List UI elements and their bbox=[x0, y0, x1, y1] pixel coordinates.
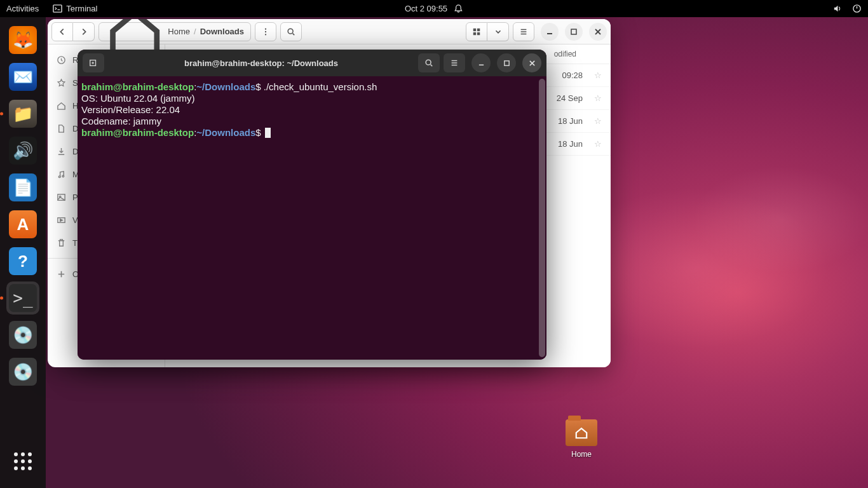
svg-rect-0 bbox=[53, 5, 62, 12]
star-icon[interactable]: ☆ bbox=[594, 71, 602, 80]
new-tab-button[interactable] bbox=[83, 53, 104, 72]
current-app-label: Terminal bbox=[66, 4, 97, 13]
dock-rhythmbox[interactable]: 🔊 bbox=[6, 134, 39, 167]
nav-forward-button[interactable] bbox=[73, 22, 95, 41]
notification-icon[interactable] bbox=[454, 4, 463, 13]
clock[interactable]: Oct 2 09:55 bbox=[405, 4, 447, 13]
terminal-line: Codename: jammy bbox=[81, 116, 543, 127]
search-icon bbox=[287, 27, 295, 36]
chevron-down-icon bbox=[494, 27, 503, 36]
files-minimize-button[interactable] bbox=[541, 23, 559, 41]
dock-disk-2[interactable]: 💿 bbox=[6, 355, 39, 388]
svg-rect-19 bbox=[504, 60, 508, 65]
breadcrumb[interactable]: Home / Downloads bbox=[98, 22, 251, 41]
svg-rect-8 bbox=[473, 32, 476, 34]
desktop-home-label: Home bbox=[571, 450, 592, 459]
svg-point-18 bbox=[426, 60, 431, 65]
apps-grid-icon bbox=[14, 452, 32, 470]
svg-point-3 bbox=[265, 30, 266, 32]
star-icon[interactable]: ☆ bbox=[594, 139, 602, 149]
power-icon[interactable] bbox=[852, 4, 862, 13]
terminal-title: brahim@brahim-desktop: ~/Downloads bbox=[108, 58, 414, 68]
column-modified[interactable]: odified bbox=[554, 50, 602, 58]
grid-icon bbox=[472, 27, 481, 36]
current-app-indicator[interactable]: Terminal bbox=[53, 4, 97, 13]
terminal-maximize-button[interactable] bbox=[497, 53, 516, 72]
files-headerbar: Home / Downloads bbox=[48, 19, 611, 44]
svg-point-12 bbox=[58, 175, 60, 177]
star-icon[interactable]: ☆ bbox=[594, 93, 602, 103]
view-dropdown-button[interactable] bbox=[487, 22, 509, 41]
dock-files[interactable]: 📁 bbox=[6, 97, 39, 130]
volume-icon[interactable] bbox=[832, 4, 842, 13]
dock-writer[interactable]: 📄 bbox=[6, 171, 39, 204]
dock-thunderbird[interactable]: ✉️ bbox=[6, 60, 39, 93]
view-grid-button[interactable] bbox=[466, 22, 487, 41]
files-close-button[interactable] bbox=[589, 23, 607, 41]
folder-icon bbox=[566, 419, 597, 446]
terminal-close-button[interactable] bbox=[522, 53, 541, 72]
dock-terminal[interactable]: >_ bbox=[6, 281, 39, 315]
path-menu-button[interactable] bbox=[255, 22, 276, 41]
hamburger-button[interactable] bbox=[513, 22, 534, 41]
terminal-body[interactable]: brahim@brahim-desktop:~/Downloads$ ./che… bbox=[78, 76, 546, 360]
svg-point-13 bbox=[62, 175, 64, 177]
search-button[interactable] bbox=[280, 22, 302, 41]
dock-help[interactable]: ? bbox=[6, 245, 39, 278]
breadcrumb-current[interactable]: Downloads bbox=[200, 27, 244, 36]
activities-button[interactable]: Activities bbox=[6, 4, 39, 13]
breadcrumb-home[interactable]: Home bbox=[168, 27, 190, 36]
terminal-window: brahim@brahim-desktop: ~/Downloads brahi… bbox=[78, 50, 546, 360]
terminal-icon bbox=[53, 4, 62, 13]
terminal-menu-button[interactable] bbox=[444, 53, 465, 72]
search-icon bbox=[424, 58, 433, 67]
svg-rect-10 bbox=[571, 29, 576, 34]
terminal-scrollbar[interactable] bbox=[539, 79, 545, 357]
terminal-line: brahim@brahim-desktop:~/Downloads$ ./che… bbox=[81, 81, 543, 93]
dock: 🦊 ✉️ 📁 🔊 📄 A ? >_ 💿 💿 bbox=[0, 17, 46, 488]
svg-point-4 bbox=[265, 34, 266, 35]
terminal-line: OS: Ubuntu 22.04 (jammy) bbox=[81, 93, 543, 104]
terminal-cursor bbox=[265, 128, 271, 138]
svg-point-2 bbox=[265, 28, 266, 29]
dock-firefox[interactable]: 🦊 bbox=[6, 24, 39, 57]
desktop-home-folder[interactable]: Home bbox=[559, 419, 604, 459]
terminal-line: brahim@brahim-desktop:~/Downloads$ bbox=[81, 127, 543, 139]
breadcrumb-separator: / bbox=[194, 27, 196, 36]
terminal-search-button[interactable] bbox=[418, 53, 440, 72]
svg-rect-9 bbox=[477, 32, 480, 34]
terminal-line: Version/Release: 22.04 bbox=[81, 104, 543, 116]
dock-disk-1[interactable]: 💿 bbox=[6, 318, 39, 351]
svg-point-5 bbox=[288, 29, 293, 34]
files-maximize-button[interactable] bbox=[565, 23, 583, 41]
star-icon[interactable]: ☆ bbox=[594, 116, 602, 126]
terminal-minimize-button[interactable] bbox=[471, 53, 491, 72]
svg-rect-6 bbox=[473, 28, 476, 30]
dock-software[interactable]: A bbox=[6, 208, 39, 241]
show-applications-button[interactable] bbox=[6, 445, 39, 478]
svg-rect-7 bbox=[477, 28, 480, 30]
menu-icon bbox=[450, 58, 459, 67]
menu-icon bbox=[519, 27, 528, 36]
terminal-headerbar: brahim@brahim-desktop: ~/Downloads bbox=[78, 50, 546, 76]
top-bar: Activities Terminal Oct 2 09:55 bbox=[0, 0, 868, 17]
nav-back-button[interactable] bbox=[51, 22, 73, 41]
